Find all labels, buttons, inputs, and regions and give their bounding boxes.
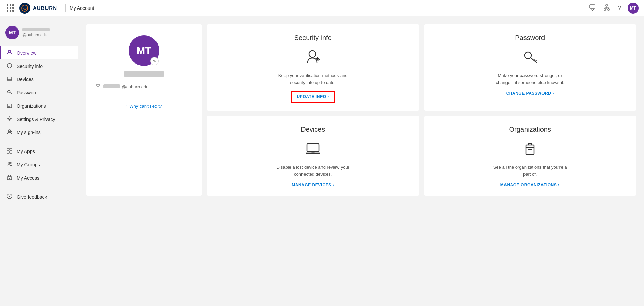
password-card-title: Password: [515, 34, 545, 42]
security-info-card-title: Security info: [294, 34, 332, 42]
access-icon: [6, 175, 13, 181]
sidebar-item-label: My Access: [17, 175, 39, 181]
auburn-logo-icon: AU: [19, 3, 30, 14]
main-content: MT ✎ @auburn.edu: [78, 16, 644, 306]
svg-rect-7: [7, 77, 12, 80]
svg-point-19: [9, 178, 10, 179]
why-edit-label: Why can't I edit?: [129, 104, 162, 109]
sidebar-item-feedback[interactable]: Give feedback: [0, 190, 78, 203]
change-password-link[interactable]: CHANGE PASSWORD ›: [506, 91, 554, 96]
sidebar-item-organizations[interactable]: Organizations: [0, 99, 78, 112]
devices-card-icon: [305, 140, 321, 159]
sidebar-item-label: My Groups: [17, 162, 40, 167]
svg-point-6: [8, 50, 11, 52]
svg-point-21: [9, 196, 10, 197]
svg-rect-25: [307, 144, 319, 152]
manage-organizations-label: MANAGE ORGANIZATIONS: [500, 183, 557, 187]
person-icon: [6, 50, 13, 56]
sidebar-user: MT @auburn.edu: [0, 22, 78, 46]
sidebar-item-label: Give feedback: [17, 194, 47, 200]
profile-email-suffix: @auburn.edu: [122, 84, 148, 89]
sidebar-item-label: Devices: [17, 77, 34, 82]
manage-devices-link[interactable]: MANAGE DEVICES ›: [292, 183, 334, 187]
sidebar-item-label: Overview: [17, 50, 36, 56]
org-nav-icon[interactable]: [602, 3, 611, 13]
manage-devices-arrow: ›: [333, 183, 334, 187]
update-info-link[interactable]: UPDATE INFO ›: [291, 91, 335, 103]
top-nav: AU AUBURN My Account › ? MT: [0, 0, 644, 16]
svg-rect-4: [604, 9, 606, 10]
brand-logo: AU AUBURN: [19, 3, 57, 14]
svg-rect-14: [7, 151, 9, 153]
manage-organizations-link[interactable]: MANAGE ORGANIZATIONS ›: [500, 183, 560, 187]
organizations-card-desc: See all the organizations that you're a …: [493, 164, 567, 177]
organizations-card-title: Organizations: [509, 126, 551, 133]
feedback-nav-icon[interactable]: [588, 3, 597, 13]
change-password-label: CHANGE PASSWORD: [506, 91, 551, 96]
help-nav-icon[interactable]: ?: [617, 4, 622, 13]
nav-title-area[interactable]: My Account ›: [70, 5, 97, 11]
devices-card-title: Devices: [301, 126, 325, 133]
laptop-icon: [6, 76, 13, 83]
sidebar-item-label: Organizations: [17, 103, 46, 109]
sidebar-user-info: @auburn.edu: [22, 28, 50, 37]
sidebar-item-devices[interactable]: Devices: [0, 73, 78, 86]
email-icon: [96, 84, 100, 90]
svg-point-17: [10, 162, 11, 164]
sidebar-divider-2: [5, 187, 73, 187]
profile-email-blurred-text: @auburn.edu: [103, 84, 148, 90]
svg-rect-5: [608, 9, 609, 10]
waffle-menu[interactable]: [5, 3, 15, 13]
user-avatar-nav[interactable]: MT: [628, 3, 639, 14]
profile-edit-button[interactable]: ✎: [150, 57, 159, 65]
devices-card: Devices Disable a lost device and review…: [207, 116, 419, 196]
profile-card: MT ✎ @auburn.edu: [86, 24, 202, 196]
sidebar-item-overview[interactable]: Overview: [0, 46, 78, 59]
profile-email-row: @auburn.edu: [96, 84, 192, 90]
organizations-card-icon: [522, 140, 538, 159]
profile-why-edit[interactable]: › Why can't I edit?: [126, 104, 162, 109]
shield-icon: [6, 63, 13, 69]
signin-icon: [6, 129, 13, 136]
password-card-icon: [522, 49, 538, 67]
sidebar-nav: Overview Security info: [0, 46, 78, 203]
svg-rect-27: [528, 150, 532, 155]
content-grid: MT ✎ @auburn.edu: [86, 24, 636, 196]
apps-icon: [6, 148, 13, 155]
sidebar-item-myaccess[interactable]: My Access: [0, 171, 78, 184]
svg-rect-13: [10, 148, 12, 150]
svg-point-23: [309, 51, 316, 57]
svg-point-24: [525, 52, 531, 59]
nav-title-chevron: ›: [95, 6, 96, 10]
svg-text:AU: AU: [23, 7, 27, 10]
sidebar-item-settings[interactable]: Settings & Privacy: [0, 112, 78, 126]
sidebar-user-name-blurred: [22, 28, 50, 31]
sidebar-item-password[interactable]: Password: [0, 86, 78, 99]
security-info-card-desc: Keep your verification methods and secur…: [276, 72, 350, 86]
svg-rect-15: [10, 151, 12, 153]
feedback-icon: [6, 194, 13, 200]
gear-icon: [6, 116, 13, 122]
svg-rect-3: [606, 5, 608, 6]
svg-rect-2: [590, 5, 595, 8]
devices-card-desc: Disable a lost device and review your co…: [276, 164, 350, 177]
sidebar-user-email: @auburn.edu: [22, 33, 50, 37]
update-info-label: UPDATE INFO: [297, 94, 326, 99]
profile-avatar-wrap: MT ✎: [129, 35, 159, 66]
sidebar-item-signins[interactable]: My sign-ins: [0, 126, 78, 139]
sidebar-avatar: MT: [5, 26, 19, 39]
nav-right-actions: ? MT: [588, 3, 639, 14]
sidebar: MT @auburn.edu Overview: [0, 16, 78, 306]
password-card: Password Make your password stronger, or…: [424, 24, 636, 111]
svg-rect-22: [96, 85, 100, 88]
group-icon: [6, 161, 13, 168]
manage-devices-label: MANAGE DEVICES: [292, 183, 331, 187]
nav-divider: [65, 4, 66, 12]
sidebar-item-label: My Apps: [17, 149, 35, 154]
password-card-desc: Make your password stronger, or change i…: [493, 72, 567, 86]
sidebar-item-security-info[interactable]: Security info: [0, 59, 78, 73]
sidebar-item-myapps[interactable]: My Apps: [0, 145, 78, 158]
svg-point-10: [9, 118, 11, 120]
profile-name-blurred: [124, 71, 164, 77]
sidebar-item-mygroups[interactable]: My Groups: [0, 158, 78, 171]
